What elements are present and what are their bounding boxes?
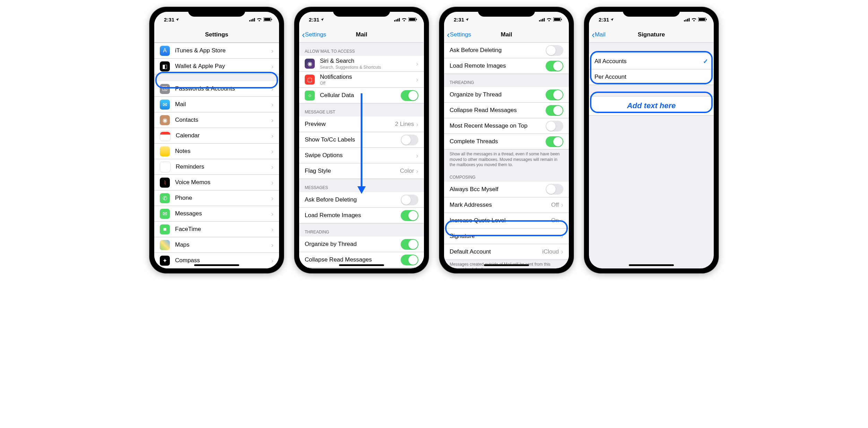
home-indicator[interactable]: [194, 264, 239, 266]
phone-frame-4: 2:31 ‹Mail Signature All Accounts✓ Per A…: [584, 7, 719, 273]
status-time: 2:31: [454, 17, 464, 23]
toggle-organize[interactable]: [546, 89, 563, 100]
row-collapse[interactable]: Collapse Read Messages: [444, 103, 569, 118]
status-time: 2:31: [599, 17, 609, 23]
signature-text-input[interactable]: Add text here: [589, 96, 714, 115]
row-mail[interactable]: ✉Mail›: [154, 97, 279, 112]
row-swipe[interactable]: Swipe Options›: [299, 148, 424, 163]
toggle-loadremote[interactable]: [546, 61, 563, 71]
chevron-left-icon: ‹: [447, 29, 450, 40]
mail-settings-list[interactable]: ALLOW MAIL TO ACCESS ◉Siri & SearchSearc…: [299, 43, 424, 268]
row-messages[interactable]: ✉Messages›: [154, 206, 279, 222]
location-icon: [465, 18, 469, 22]
row-per-account[interactable]: Per Account: [589, 69, 714, 85]
row-contacts[interactable]: ◉Contacts›: [154, 112, 279, 128]
status-time: 2:31: [164, 17, 174, 23]
svg-rect-26: [689, 18, 690, 22]
row-bcc[interactable]: Always Bcc Myself: [444, 182, 569, 197]
toggle-askdelete[interactable]: [546, 45, 563, 56]
row-mostrecent[interactable]: Most Recent Message on Top: [444, 118, 569, 134]
screen-1: 2:31 Settings AiTunes & App Store› ◧Wall…: [154, 12, 279, 268]
row-maps[interactable]: Maps›: [154, 237, 279, 253]
toggle-collapse[interactable]: [401, 255, 418, 265]
row-quote[interactable]: Increase Quote LevelOn›: [444, 213, 569, 229]
row-voicememos[interactable]: ⌇Voice Memos›: [154, 175, 279, 190]
svg-rect-17: [541, 19, 542, 22]
siri-icon: ◉: [305, 59, 315, 69]
toggle-cellular[interactable]: [401, 90, 418, 101]
toggle-organize[interactable]: [401, 239, 418, 250]
chevron-right-icon: ›: [416, 120, 418, 128]
row-askdelete[interactable]: Ask Before Deleting: [299, 192, 424, 208]
row-facetime[interactable]: ■FaceTime›: [154, 222, 279, 237]
row-itunes[interactable]: AiTunes & App Store›: [154, 43, 279, 59]
svg-rect-2: [252, 19, 253, 22]
cellular-icon: ⟐: [305, 91, 315, 101]
row-default-account[interactable]: Default AccountiCloud›: [444, 244, 569, 260]
toggle-showtocc[interactable]: [401, 135, 418, 145]
nav-bar: ‹Settings Mail: [444, 27, 569, 43]
row-compass[interactable]: ✦Compass›: [154, 253, 279, 268]
row-siri[interactable]: ◉Siri & SearchSearch, Suggestions & Shor…: [299, 56, 424, 72]
home-indicator[interactable]: [339, 264, 384, 266]
row-loadremote[interactable]: Load Remote Images: [299, 208, 424, 223]
row-all-accounts[interactable]: All Accounts✓: [589, 54, 714, 69]
phone-frame-2: 2:31 ‹Settings Mail ALLOW MAIL TO ACCESS…: [294, 7, 429, 273]
toggle-loadremote[interactable]: [401, 210, 418, 221]
row-passwords[interactable]: ⚿Passwords & Accounts›: [154, 81, 279, 97]
mail-settings-list-scrolled[interactable]: Ask Before Deleting Load Remote Images T…: [444, 43, 569, 268]
section-threading: THREADING: [299, 223, 424, 237]
battery-icon: [263, 17, 272, 22]
signal-icon: [684, 18, 690, 22]
signal-icon: [539, 18, 545, 22]
svg-rect-21: [554, 18, 560, 21]
row-mark[interactable]: Mark AddressesOff›: [444, 197, 569, 213]
row-signature[interactable]: Signature›: [444, 229, 569, 244]
chevron-right-icon: ›: [561, 248, 563, 256]
row-phone[interactable]: ✆Phone›: [154, 190, 279, 206]
toggle-bcc[interactable]: [546, 184, 563, 195]
row-askdelete[interactable]: Ask Before Deleting: [444, 43, 569, 58]
row-loadremote[interactable]: Load Remote Images: [444, 58, 569, 74]
row-flagstyle[interactable]: Flag StyleColor›: [299, 163, 424, 179]
svg-rect-25: [687, 19, 688, 22]
compass-icon: ✦: [160, 256, 170, 266]
signature-settings[interactable]: All Accounts✓ Per Account Add text here: [589, 43, 714, 268]
row-organize[interactable]: Organize by Thread: [444, 87, 569, 103]
row-preview[interactable]: Preview2 Lines›: [299, 117, 424, 132]
back-button[interactable]: ‹Settings: [299, 29, 326, 40]
phone-icon: ✆: [160, 193, 170, 203]
battery-icon: [553, 17, 562, 22]
nav-bar: ‹Mail Signature: [589, 27, 714, 43]
row-calendar[interactable]: Calendar›: [154, 128, 279, 144]
home-indicator[interactable]: [484, 264, 529, 266]
notch: [623, 7, 680, 17]
toggle-mostrecent[interactable]: [546, 121, 563, 131]
chevron-right-icon: ›: [271, 47, 274, 55]
chevron-right-icon: ›: [416, 167, 418, 175]
voicememos-icon: ⌇: [160, 178, 170, 188]
svg-rect-3: [254, 18, 255, 22]
back-button[interactable]: ‹Settings: [444, 29, 471, 40]
chevron-right-icon: ›: [416, 76, 418, 84]
toggle-complete[interactable]: [546, 136, 563, 147]
row-organize[interactable]: Organize by Thread: [299, 237, 424, 252]
location-icon: [320, 18, 324, 22]
svg-rect-13: [416, 19, 417, 20]
back-button[interactable]: ‹Mail: [589, 29, 606, 40]
toggle-askdelete[interactable]: [401, 195, 418, 205]
home-indicator[interactable]: [629, 264, 674, 266]
settings-list[interactable]: AiTunes & App Store› ◧Wallet & Apple Pay…: [154, 43, 279, 268]
row-notes[interactable]: Notes›: [154, 144, 279, 159]
row-reminders[interactable]: ●●●Reminders›: [154, 159, 279, 175]
row-wallet[interactable]: ◧Wallet & Apple Pay›: [154, 59, 279, 74]
row-complete[interactable]: Complete Threads: [444, 134, 569, 149]
row-showtocc[interactable]: Show To/Cc Labels: [299, 132, 424, 148]
svg-rect-28: [699, 18, 705, 21]
row-cellular[interactable]: ⟐Cellular Data: [299, 88, 424, 103]
mail-icon: ✉: [160, 100, 170, 110]
toggle-collapse[interactable]: [546, 105, 563, 116]
row-notifications[interactable]: ▢NotificationsOff›: [299, 72, 424, 88]
chevron-right-icon: ›: [271, 257, 274, 265]
page-title: Signature: [589, 31, 714, 38]
